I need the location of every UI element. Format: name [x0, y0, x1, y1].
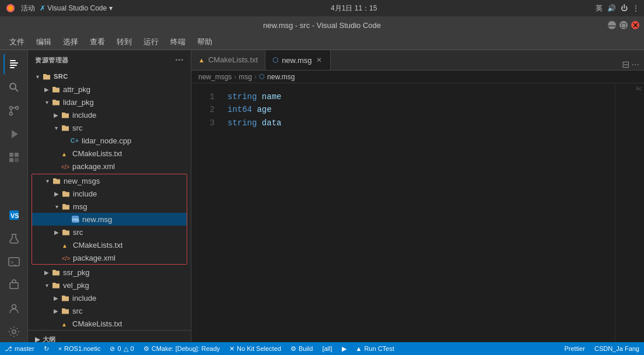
code-content[interactable]: string name int64 age string data [220, 83, 615, 342]
build-target-label: [all] [322, 345, 332, 352]
code-type-3: string [228, 117, 257, 129]
activity-box[interactable] [4, 275, 24, 296]
status-csdn[interactable]: CSDN_Ja Fang [590, 342, 644, 355]
activity-terminal[interactable]: >_ [4, 251, 24, 272]
svg-text:>_: >_ [10, 259, 17, 265]
tree-attr-pkg[interactable]: ▶ attr_pkg [28, 83, 191, 96]
status-build[interactable]: ⚙ Build [286, 342, 317, 355]
outline-header[interactable]: ▶ 大纲 [28, 333, 191, 342]
breadcrumb-msg[interactable]: msg [239, 73, 252, 81]
status-branch[interactable]: ⎇ master [0, 342, 39, 355]
lidar-folder-icon [51, 98, 61, 106]
tree-new-src[interactable]: ▶ src [32, 226, 187, 238]
vel-src-folder-icon [61, 307, 70, 315]
activity-flask[interactable] [4, 228, 24, 249]
activity-extensions[interactable] [4, 147, 24, 168]
msg-folder-label: msg [73, 202, 88, 211]
svg-point-10 [9, 113, 12, 115]
tree-vel-cmake[interactable]: ▲ CMakeLists.txt [28, 317, 191, 330]
sidebar-more-button[interactable]: ··· [175, 55, 184, 65]
minimize-button[interactable]: — [608, 21, 616, 29]
tree-lidar-node[interactable]: C+ lidar_node.cpp [28, 134, 191, 147]
tree-ssr-pkg[interactable]: ▶ ssr_pkg [28, 266, 191, 279]
lidar-arrow: ▾ [42, 99, 51, 106]
status-left: ⎇ master ↻ × ROS1.noetic ⊘ 0 △ 0 ⚙ CMake… [0, 342, 399, 355]
svg-rect-5 [10, 67, 15, 68]
tree-new-cmake[interactable]: ▲ CMakeLists.txt [32, 238, 187, 251]
activity-account[interactable] [4, 298, 24, 319]
tree-new-msgs[interactable]: ▾ new_msgs [32, 174, 187, 187]
status-prettier[interactable]: Prettier [559, 342, 589, 355]
split-editor-icon[interactable]: ⊟ [622, 59, 629, 70]
line-num-3: 3 [191, 117, 215, 129]
activity-vscode-icon[interactable]: VS [4, 205, 24, 226]
menu-select[interactable]: 选择 [58, 36, 83, 48]
status-build-action[interactable]: ▶ [337, 342, 351, 355]
activity-debug[interactable] [4, 124, 24, 145]
tree-lidar-include[interactable]: ▶ include [28, 108, 191, 121]
breadcrumb-newmsgs[interactable]: new_msgs [198, 73, 232, 81]
status-sync[interactable]: ↻ [39, 342, 54, 355]
more-tabs-icon[interactable]: ··· [632, 59, 639, 70]
status-build-target[interactable]: [all] [317, 342, 337, 355]
status-kit[interactable]: ✕ No Kit Selected [225, 342, 286, 355]
svg-text:▲: ▲ [61, 151, 67, 157]
new-cmake-label: CMakeLists.txt [73, 241, 123, 249]
code-area: 1 2 3 string name int64 age string [191, 83, 644, 342]
build-action-icon: ▶ [342, 345, 346, 353]
tab-newmsg[interactable]: ⬡ new.msg ✕ [265, 50, 331, 70]
tree-vel-src[interactable]: ▶ src [28, 304, 191, 317]
menu-terminal[interactable]: 终端 [166, 36, 190, 48]
menu-goto[interactable]: 转到 [112, 36, 136, 48]
tab-close-button[interactable]: ✕ [315, 55, 323, 65]
svg-text:</>: </> [62, 255, 70, 262]
menu-edit[interactable]: 编辑 [32, 36, 56, 48]
svg-point-9 [15, 107, 18, 110]
xml-file-icon-new: </> [61, 254, 71, 262]
tree-lidar-pkg[interactable]: ▾ lidar_pkg [28, 96, 191, 108]
activity-source-control[interactable] [4, 100, 24, 121]
svg-point-23 [12, 330, 16, 333]
menu-file[interactable]: 文件 [5, 36, 29, 48]
svg-text:▲: ▲ [61, 321, 67, 328]
maximize-button[interactable]: □ [620, 21, 628, 29]
tree-vel-pkg[interactable]: ▾ vel_pkg [28, 279, 191, 291]
tree-lidar-package[interactable]: </> package.xml [28, 160, 191, 173]
tree-new-msg[interactable]: msg new.msg [32, 213, 187, 226]
menu-view[interactable]: 查看 [85, 36, 110, 48]
status-errors[interactable]: ⊘ 0 △ 0 [105, 342, 138, 355]
activity-explorer[interactable] [4, 54, 24, 75]
menu-help[interactable]: 帮助 [192, 36, 217, 48]
new-include-arrow: ▶ [52, 191, 61, 197]
msg-folder-arrow: ▾ [52, 203, 61, 210]
tab-cmake[interactable]: ▲ CMakeLists.txt [191, 50, 265, 70]
tree-lidar-cmake[interactable]: ▲ CMakeLists.txt [28, 147, 191, 160]
activity-settings[interactable] [4, 321, 24, 342]
lidar-src-arrow: ▾ [51, 125, 61, 131]
activity-bar: VS >_ [0, 50, 28, 342]
status-cmake[interactable]: ⚙ CMake: [Debug]: Ready [139, 342, 225, 355]
tree-new-include[interactable]: ▶ include [32, 187, 187, 200]
window-controls[interactable]: — □ ✕ [608, 21, 639, 29]
ctest-label: Run CTest [364, 345, 394, 352]
svg-rect-3 [10, 62, 18, 64]
tree-lidar-src[interactable]: ▾ src [28, 121, 191, 134]
close-button[interactable]: ✕ [631, 21, 639, 29]
status-ctest[interactable]: ▲ Run CTest [351, 342, 399, 355]
msg-file-icon: msg [71, 215, 80, 223]
tree-src-root[interactable]: ▾ SRC [28, 70, 191, 83]
tree-msg-folder[interactable]: ▾ msg [32, 200, 187, 213]
error-icon: ⊘ [110, 345, 115, 353]
menu-run[interactable]: 运行 [139, 36, 163, 48]
line-numbers: 1 2 3 [191, 83, 220, 342]
new-msg-file-label: new.msg [82, 215, 112, 224]
status-ros[interactable]: × ROS1.noetic [54, 342, 106, 355]
breadcrumb-file[interactable]: ⬡ new.msg [259, 73, 295, 81]
code-type-1: string [228, 90, 257, 103]
tree-new-package[interactable]: </> package.xml [32, 251, 187, 264]
code-line-3: string data [228, 117, 615, 129]
new-src-label: src [73, 228, 83, 237]
activity-search[interactable] [4, 77, 24, 98]
tree-vel-include[interactable]: ▶ include [28, 291, 191, 304]
new-package-label: package.xml [73, 254, 116, 262]
